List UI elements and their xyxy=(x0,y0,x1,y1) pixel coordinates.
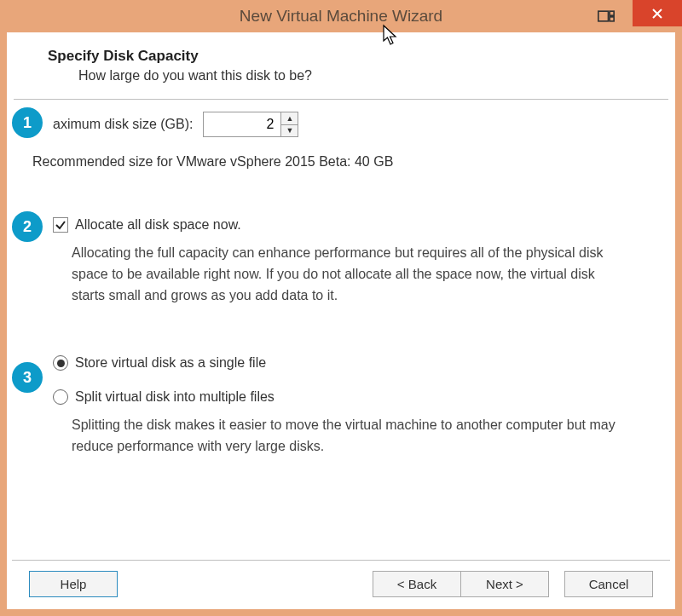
annotation-badge-3: 3 xyxy=(12,362,43,393)
allocate-label: Allocate all disk space now. xyxy=(75,217,241,233)
spinner-buttons: ▲ ▼ xyxy=(280,112,298,136)
annotation-badge-2: 2 xyxy=(12,211,43,242)
window-title: New Virtual Machine Wizard xyxy=(240,7,442,26)
wizard-dialog: New Virtual Machine Wizard Specify Disk … xyxy=(0,0,682,616)
annotation-badge-1: 1 xyxy=(12,107,43,138)
footer-right: < Back Next > Cancel xyxy=(373,571,653,597)
store-single-row: Store virtual disk as a single file xyxy=(24,355,658,371)
svg-rect-1 xyxy=(610,11,614,15)
wizard-header: Specify Disk Capacity How large do you w… xyxy=(7,32,675,95)
help-button[interactable]: Help xyxy=(29,571,118,597)
disk-size-input[interactable] xyxy=(204,112,280,136)
titlebar: New Virtual Machine Wizard xyxy=(0,0,682,32)
close-button[interactable] xyxy=(633,0,682,26)
store-split-radio[interactable] xyxy=(53,389,68,405)
content-area: 1 2 3 aximum disk size (GB): ▲ ▼ Recomme… xyxy=(7,100,675,560)
store-split-row: Split virtual disk into multiple files xyxy=(24,389,658,405)
split-description: Splitting the disk makes it easier to mo… xyxy=(24,405,658,458)
spinner-down-icon[interactable]: ▼ xyxy=(281,125,298,137)
cancel-button[interactable]: Cancel xyxy=(564,571,653,597)
svg-rect-0 xyxy=(598,11,609,21)
store-single-label: Store virtual disk as a single file xyxy=(75,355,266,371)
disk-size-row: aximum disk size (GB): ▲ ▼ xyxy=(24,112,658,137)
store-single-radio[interactable] xyxy=(53,355,68,371)
spinner-up-icon[interactable]: ▲ xyxy=(281,112,298,125)
footer-buttons: Help < Back Next > Cancel xyxy=(12,560,670,609)
titlebar-actions xyxy=(597,0,682,32)
store-split-label: Split virtual disk into multiple files xyxy=(75,389,275,405)
page-title: Specify Disk Capacity xyxy=(48,48,634,65)
back-button[interactable]: < Back xyxy=(373,571,461,597)
disk-size-label: aximum disk size (GB): xyxy=(53,117,193,132)
page-subtitle: How large do you want this disk to be? xyxy=(48,65,634,83)
recommended-text: Recommended size for VMware vSphere 2015… xyxy=(24,137,658,170)
allocate-row: Allocate all disk space now. xyxy=(24,217,658,233)
allocate-description: Allocating the full capacity can enhance… xyxy=(24,233,658,306)
allocate-checkbox[interactable] xyxy=(53,217,68,233)
next-button[interactable]: Next > xyxy=(460,571,549,597)
snap-icon[interactable] xyxy=(597,9,616,23)
svg-rect-2 xyxy=(610,17,614,21)
disk-size-spinner[interactable]: ▲ ▼ xyxy=(203,112,298,137)
